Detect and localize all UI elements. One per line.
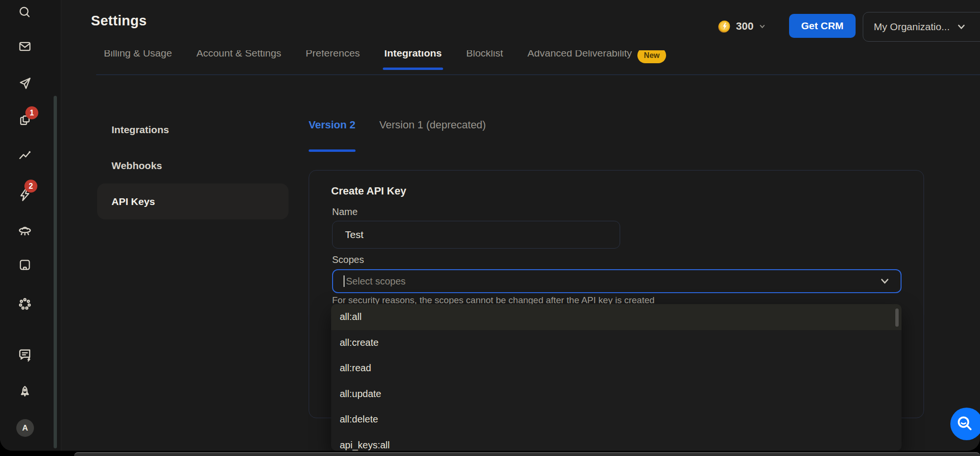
settings-tab[interactable]: Advanced Deliverability New — [527, 50, 666, 75]
scopes-dropdown: all:all all:create all:read all:update a… — [331, 304, 902, 451]
settings-tabs: Billing & Usage Account & Settings Prefe… — [96, 50, 980, 75]
dots-circle-icon[interactable] — [17, 296, 33, 312]
scope-option[interactable]: all:create — [331, 330, 902, 356]
lightning-icon[interactable]: 2 — [17, 187, 33, 203]
settings-tab[interactable]: Preferences — [306, 50, 360, 75]
floating-search-button[interactable] — [950, 408, 980, 440]
chevron-down-icon[interactable] — [880, 276, 890, 286]
scopes-label: Scopes — [332, 254, 364, 265]
settings-tab[interactable]: Account & Settings — [196, 50, 281, 75]
organization-selector[interactable]: My Organizatio... — [863, 12, 980, 42]
card-title: Create API Key — [331, 185, 406, 197]
dropdown-scrollbar[interactable] — [895, 308, 899, 327]
page-title: Settings — [91, 13, 147, 29]
tabs-divider — [96, 74, 980, 75]
background-window-edge — [74, 452, 980, 456]
scope-option[interactable]: all:delete — [331, 407, 902, 433]
mail-icon[interactable] — [17, 38, 33, 55]
sidebar-scrollbar[interactable] — [54, 96, 57, 448]
scope-option[interactable]: all:read — [331, 355, 902, 381]
settings-tab[interactable]: Billing & Usage — [104, 50, 172, 75]
scopes-input[interactable] — [346, 276, 880, 287]
credits-amount: 300 — [736, 20, 754, 33]
settings-tab[interactable]: Integrations — [384, 50, 442, 75]
subnav-item[interactable]: Webhooks — [97, 148, 289, 183]
coin-icon — [718, 20, 731, 33]
scope-option[interactable]: all:update — [331, 381, 902, 407]
new-badge: New — [637, 50, 667, 63]
lightning-badge: 2 — [24, 180, 37, 193]
avatar[interactable]: A — [16, 419, 34, 437]
name-label: Name — [332, 206, 357, 217]
settings-tab[interactable]: Blocklist — [466, 50, 503, 75]
name-field[interactable] — [332, 221, 620, 249]
send-icon[interactable] — [17, 75, 33, 91]
text-caret — [344, 275, 345, 287]
copy-badge: 1 — [25, 106, 38, 119]
app-window-icon[interactable] — [17, 257, 33, 273]
scope-option[interactable]: all:all — [331, 304, 902, 330]
analytics-icon[interactable] — [17, 148, 33, 164]
version-tab[interactable]: Version 2 — [309, 119, 356, 131]
scopes-select[interactable] — [332, 269, 902, 293]
subnav-item[interactable]: Integrations — [97, 112, 289, 148]
chevron-down-icon — [957, 22, 966, 32]
chat-lightning-icon[interactable] — [17, 347, 33, 364]
sidebar: 1 2 — [0, 0, 61, 451]
organization-name: My Organizatio... — [874, 21, 950, 33]
get-crm-button[interactable]: Get CRM — [789, 14, 856, 38]
scope-option[interactable]: api_keys:all — [331, 433, 902, 451]
subnav-item[interactable]: API Keys — [97, 183, 289, 219]
api-version-tabs: Version 2 Version 1 (deprecated) — [309, 119, 486, 131]
copy-icon[interactable]: 1 — [17, 112, 33, 128]
search-icon[interactable] — [17, 4, 33, 21]
integrations-subnav: Integrations Webhooks API Keys — [97, 112, 289, 219]
chevron-down-icon — [758, 23, 766, 30]
credits-menu[interactable]: 300 — [718, 19, 766, 34]
version-tab[interactable]: Version 1 (deprecated) — [379, 119, 486, 131]
rocket-icon[interactable] — [17, 384, 33, 400]
magnifier-icon — [955, 414, 974, 433]
ufo-icon[interactable] — [17, 221, 33, 238]
app-window: 1 2 — [0, 0, 980, 451]
